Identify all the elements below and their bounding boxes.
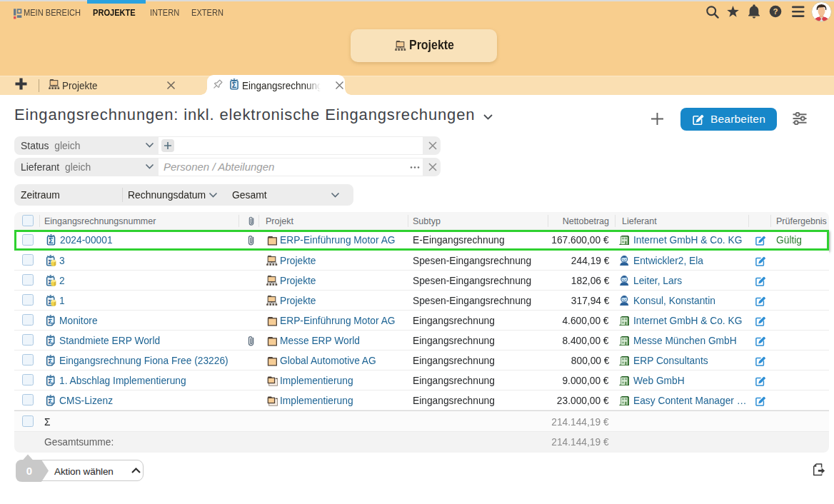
svg-text:?: ? <box>773 7 778 16</box>
svg-text:0: 0 <box>26 465 32 477</box>
